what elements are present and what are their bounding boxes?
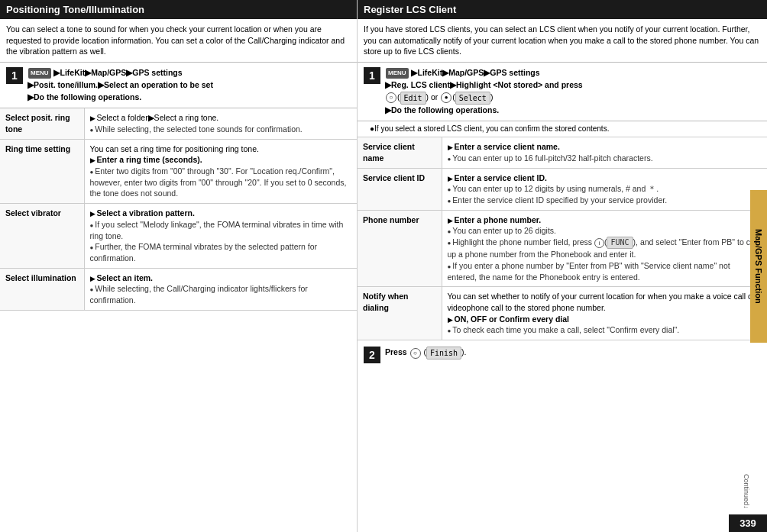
menu-key-left: MENU (28, 68, 51, 79)
row-label: Select posit. ring tone (0, 108, 84, 139)
right-step2: 2 Press ○ (Finish). (358, 340, 767, 369)
right-step1-content: MENU ▶LifeKit▶Map/GPS▶GPS settings ▶Reg.… (385, 67, 761, 116)
left-step1: 1 MENU ▶LifeKit▶Map/GPS▶GPS settings ▶Po… (0, 63, 357, 108)
left-step1-content: MENU ▶LifeKit▶Map/GPS▶GPS settings ▶Posi… (28, 67, 351, 103)
step-number-2-right: 2 (364, 347, 380, 363)
continued-label: Continued↓ (743, 474, 750, 509)
table-row: Select vibrator Select a vibration patte… (0, 204, 357, 268)
row-label: Service client name (358, 137, 442, 168)
row-label: Select vibrator (0, 204, 84, 268)
finish-key-circle: ○ (410, 348, 421, 359)
left-intro: You can select a tone to sound for when … (0, 19, 357, 63)
row-content: Select a vibration pattern. If you selec… (84, 204, 357, 268)
left-table: Select posit. ring tone Select a folder▶… (0, 108, 357, 310)
select-key-circle: ● (441, 92, 451, 103)
right-panel: Register LCS Client If you have stored L… (358, 0, 767, 532)
row-label: Notify when dialing (358, 287, 442, 340)
row-content: Select a folder▶Select a ring tone. Whil… (84, 108, 357, 139)
table-row: Select illumination Select an item. Whil… (0, 268, 357, 310)
right-table: Service client name Enter a service clie… (358, 137, 767, 340)
table-row: Select posit. ring tone Select a folder▶… (0, 108, 357, 139)
row-content: Enter a service client name. You can ent… (442, 137, 767, 168)
func-key-box: FUNC (607, 237, 633, 249)
page-number: 339 (729, 514, 767, 532)
row-content: You can set whether to notify of your cu… (442, 287, 767, 340)
edit-key-box: Edit (400, 92, 426, 105)
edit-key-circle: ○ (386, 92, 396, 103)
row-content: Select an item. While selecting, the Cal… (84, 268, 357, 310)
select-key-box: Select (455, 92, 490, 105)
row-content: Enter a service client ID. You can enter… (442, 168, 767, 210)
finish-key-box: Finish (426, 347, 461, 360)
left-panel: Positioning Tone/Illumination You can se… (0, 0, 358, 532)
menu-key-right: MENU (386, 68, 409, 79)
row-label: Service client ID (358, 168, 442, 210)
right-section-header: Register LCS Client (358, 0, 767, 19)
right-step2-content: Press ○ (Finish). (385, 347, 761, 360)
left-section-header: Positioning Tone/Illumination (0, 0, 357, 19)
table-row: Service client ID Enter a service client… (358, 168, 767, 210)
right-intro: If you have stored LCS clients, you can … (358, 19, 767, 63)
right-step1: 1 MENU ▶LifeKit▶Map/GPS▶GPS settings ▶Re… (358, 63, 767, 121)
side-tab: Map/GPS Function (750, 190, 767, 343)
row-content: Enter a phone number. You can enter up t… (442, 210, 767, 287)
step-number-1-right: 1 (364, 67, 380, 84)
table-row: Phone number Enter a phone number. You c… (358, 210, 767, 287)
row-label: Ring time setting (0, 139, 84, 203)
row-label: Phone number (358, 210, 442, 287)
step1-note: ●If you select a stored LCS client, you … (358, 121, 767, 137)
table-row: Service client name Enter a service clie… (358, 137, 767, 168)
table-row: Ring time setting You can set a ring tim… (0, 139, 357, 203)
step-number-1-left: 1 (6, 67, 23, 84)
row-label: Select illumination (0, 268, 84, 310)
main-content: Positioning Tone/Illumination You can se… (0, 0, 767, 532)
row-content: You can set a ring time for positioning … (84, 139, 357, 203)
table-row: Notify when dialing You can set whether … (358, 287, 767, 340)
